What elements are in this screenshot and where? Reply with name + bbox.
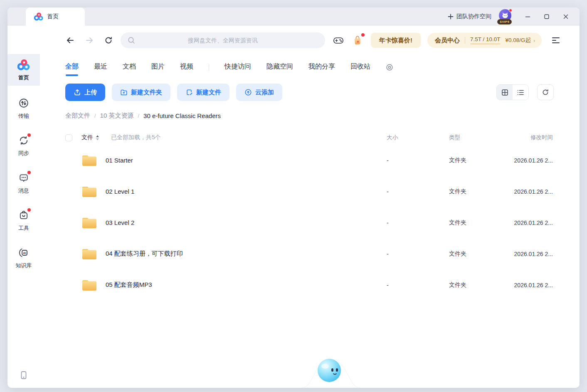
file-row[interactable]: 03 Level 2 - 文件夹 2026.01.26 2... — [40, 207, 580, 238]
divider — [465, 37, 465, 44]
sidebar-item-label: 工具 — [18, 224, 29, 232]
sidebar-item-label: 传输 — [18, 112, 29, 120]
select-all-checkbox[interactable] — [65, 134, 72, 141]
notification-dot — [509, 9, 512, 12]
tab-my-shares[interactable]: 我的分享 — [308, 62, 335, 72]
netdisk-logo-icon — [34, 12, 43, 21]
sidebar-item-knowledge[interactable]: AI 知识库 — [7, 244, 40, 271]
netdisk-logo-icon — [17, 59, 30, 71]
sidebar-item-messages[interactable]: 消息 — [7, 170, 40, 196]
toolbar: 年卡惊喜价! 会员中心 7.5T / 10.0T ¥0.08/G起 › — [40, 26, 580, 55]
annual-card-promo-button[interactable]: 年卡惊喜价! — [371, 33, 421, 48]
file-type: 文件夹 — [449, 157, 511, 164]
file-name[interactable]: 01 Starter — [106, 157, 387, 164]
divider — [209, 64, 209, 71]
folder-icon — [81, 185, 97, 198]
load-status-text: 已全部加载，共5个 — [111, 134, 161, 141]
file-row[interactable]: 02 Level 1 - 文件夹 2026.01.26 2... — [40, 176, 580, 207]
search-box — [121, 32, 325, 48]
file-name[interactable]: 03 Level 2 — [106, 219, 387, 226]
phone-icon — [19, 370, 28, 380]
close-button[interactable] — [558, 10, 574, 24]
search-icon — [127, 36, 136, 44]
game-center-icon[interactable] — [331, 33, 346, 48]
tab-recycle-bin[interactable]: 回收站 — [350, 62, 370, 72]
main-menu-icon[interactable] — [549, 33, 563, 47]
home-tab[interactable]: 首页 — [26, 7, 85, 26]
upload-icon — [74, 89, 81, 96]
member-center-button[interactable]: 会员中心 7.5T / 10.0T ¥0.08/G起 › — [427, 33, 542, 48]
action-bar: 上传 新建文件夹 新建文件 — [40, 84, 580, 101]
file-name[interactable]: 02 Level 1 — [106, 188, 387, 195]
upload-label: 上传 — [84, 89, 97, 96]
forward-button[interactable] — [82, 33, 96, 47]
maximize-button[interactable] — [539, 10, 555, 24]
sidebar: 首页 传输 同步 — [7, 26, 40, 388]
tools-icon — [17, 209, 30, 222]
file-size: - — [387, 251, 449, 257]
cloud-add-label: 云添加 — [255, 89, 274, 96]
tab-quick-access[interactable]: 快捷访问 — [224, 62, 251, 72]
storage-text: 7.5T / 10.0T — [470, 36, 501, 42]
tab-recent[interactable]: 最近 — [94, 62, 107, 72]
new-file-button[interactable]: 新建文件 — [177, 84, 229, 101]
grid-view-button[interactable] — [497, 85, 513, 100]
file-name[interactable]: 04 配套练习册，可下载打印 — [106, 250, 387, 258]
file-row[interactable]: 01 Starter - 文件夹 2026.01.26 2... — [40, 145, 580, 176]
file-type: 文件夹 — [449, 281, 511, 289]
sidebar-item-tools[interactable]: 工具 — [7, 207, 40, 234]
tab-settings-icon[interactable] — [386, 64, 393, 71]
sidebar-item-label: 同步 — [18, 150, 29, 157]
upload-button[interactable]: 上传 — [65, 84, 105, 101]
tab-pictures[interactable]: 图片 — [151, 62, 165, 72]
list-view-button[interactable] — [513, 85, 528, 100]
mobile-app-button[interactable] — [7, 370, 40, 380]
refresh-button[interactable] — [101, 33, 116, 47]
gift-bag-icon[interactable] — [350, 33, 365, 48]
folder-icon — [81, 247, 97, 261]
ai-assistant-mascot[interactable] — [302, 353, 360, 388]
tab-documents[interactable]: 文档 — [123, 62, 136, 72]
file-row[interactable]: 05 配套音频MP3 - 文件夹 2026.01.26 2... — [40, 269, 580, 301]
sidebar-item-label: 消息 — [18, 187, 29, 195]
red-dot — [27, 133, 31, 137]
tab-all[interactable]: 全部 — [65, 62, 79, 72]
file-type: 文件夹 — [449, 250, 511, 258]
tab-hidden-space[interactable]: 隐藏空间 — [266, 62, 293, 72]
folder-icon — [81, 216, 97, 229]
file-row[interactable]: 04 配套练习册，可下载打印 - 文件夹 2026.01.26 2... — [40, 238, 580, 269]
file-name[interactable]: 05 配套音频MP3 — [106, 281, 387, 289]
category-tabs: 全部 最近 文档 图片 视频 快捷访问 隐藏空间 我的分享 回收站 — [40, 62, 580, 72]
type-column-header: 类型 — [449, 134, 511, 141]
sidebar-item-transfer[interactable]: 传输 — [7, 95, 40, 121]
tab-videos[interactable]: 视频 — [180, 62, 193, 72]
titlebar: 首页 团队协作空间 SVIP5 — [7, 7, 580, 26]
team-space-button[interactable]: 团队协作空间 — [444, 11, 495, 22]
transfer-icon — [17, 97, 30, 109]
cloud-add-button[interactable]: 云添加 — [236, 84, 282, 101]
search-input[interactable] — [121, 32, 325, 48]
main-content: 年卡惊喜价! 会员中心 7.5T / 10.0T ¥0.08/G起 › 全部 最… — [40, 26, 580, 388]
sort-toggle[interactable] — [96, 135, 99, 141]
sidebar-item-label: 首页 — [18, 74, 29, 81]
sync-icon — [17, 134, 30, 147]
sidebar-item-sync[interactable]: 同步 — [7, 132, 40, 159]
new-folder-button[interactable]: 新建文件夹 — [112, 84, 170, 101]
file-list: 01 Starter - 文件夹 2026.01.26 2... 02 Leve… — [40, 145, 580, 301]
breadcrumb-item-current: 30 e-future Classic Readers — [143, 112, 221, 119]
sidebar-item-home[interactable]: 首页 — [7, 54, 40, 86]
red-dot — [361, 33, 365, 37]
minimize-button[interactable] — [520, 10, 535, 24]
file-time: 2026.01.26 2... — [511, 188, 553, 195]
user-avatar[interactable]: SVIP5 — [498, 9, 512, 25]
breadcrumb: 全部文件 / 10 英文资源 / 30 e-future Classic Rea… — [40, 112, 580, 120]
svg-text:AI: AI — [23, 251, 26, 255]
breadcrumb-item-english-resources[interactable]: 10 英文资源 — [100, 112, 134, 120]
breadcrumb-item-root[interactable]: 全部文件 — [65, 112, 90, 120]
view-controls — [496, 84, 554, 100]
team-space-label: 团队协作空间 — [456, 13, 491, 20]
home-tab-label: 首页 — [47, 13, 59, 20]
refresh-list-button[interactable] — [537, 84, 554, 100]
back-button[interactable] — [63, 33, 77, 47]
file-type: 文件夹 — [449, 188, 511, 195]
